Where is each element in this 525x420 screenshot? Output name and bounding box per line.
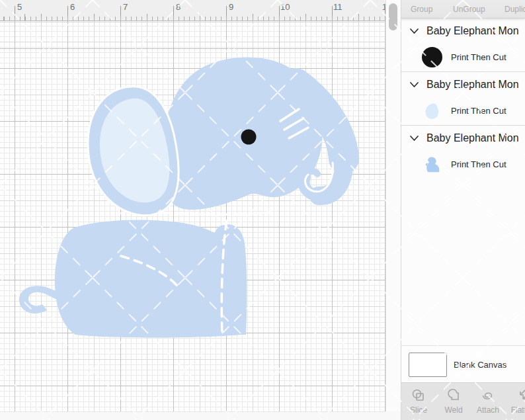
layer-item-label: Print Then Cut bbox=[451, 52, 506, 62]
elephant-layer-thumbnail[interactable] bbox=[422, 154, 442, 175]
ungroup-button[interactable]: UnGroup bbox=[453, 5, 485, 14]
slice-icon bbox=[411, 388, 426, 403]
layer-group-3: Baby Elephant Mon Print Then Cut bbox=[401, 126, 525, 179]
layer-item[interactable]: Print Then Cut bbox=[401, 97, 525, 125]
chevron-down-icon[interactable] bbox=[409, 81, 419, 88]
design-app-window: 5 6 7 8 9 10 11 12 bbox=[0, 0, 525, 420]
slice-button[interactable]: Slice bbox=[401, 388, 437, 415]
layer-item-label: Print Then Cut bbox=[451, 106, 506, 116]
chevron-down-icon[interactable] bbox=[409, 28, 419, 34]
bottom-action-toolbar: Slice Weld Attach Flatten bbox=[401, 382, 525, 420]
layer-item[interactable]: Print Then Cut bbox=[401, 150, 525, 179]
chevron-down-icon[interactable] bbox=[409, 135, 419, 142]
layer-group-1: Baby Elephant Mon Print Then Cut bbox=[401, 19, 525, 72]
layer-item[interactable]: Print Then Cut bbox=[401, 43, 525, 71]
blank-canvas-label: Blank Canvas bbox=[454, 360, 506, 370]
blank-canvas-row[interactable]: Blank Canvas bbox=[401, 345, 525, 382]
attach-button[interactable]: Attach bbox=[469, 388, 506, 415]
group-button[interactable]: Group bbox=[411, 5, 432, 14]
flatten-icon bbox=[515, 388, 525, 403]
panel-empty-space bbox=[401, 179, 525, 345]
canvas-area: 5 6 7 8 9 10 11 12 bbox=[0, 0, 401, 420]
horizontal-scrollbar-track[interactable] bbox=[0, 411, 385, 420]
ear-layer-thumbnail[interactable] bbox=[422, 101, 442, 121]
elephant-eye bbox=[241, 130, 257, 145]
scrollbar-corner bbox=[385, 411, 401, 420]
attach-icon bbox=[479, 388, 497, 403]
elephant-front-leg bbox=[206, 224, 247, 335]
layer-group-2: Baby Elephant Mon Print Then Cut bbox=[401, 72, 525, 126]
eye-layer-thumbnail[interactable] bbox=[422, 47, 442, 67]
vertical-scrollbar-track[interactable] bbox=[385, 0, 401, 411]
layer-group-header[interactable]: Baby Elephant Mon bbox=[401, 72, 525, 97]
layer-group-title: Baby Elephant Mon bbox=[426, 79, 519, 91]
vertical-scrollbar-thumb[interactable] bbox=[389, 3, 397, 30]
layer-item-label: Print Then Cut bbox=[451, 159, 506, 169]
ruler-minor-ticks bbox=[0, 17, 387, 21]
layers-panel: Group UnGroup Duplic Baby Elephant Mon P… bbox=[401, 0, 525, 420]
duplicate-button[interactable]: Duplic bbox=[505, 5, 525, 14]
layers-panel-toolbar: Group UnGroup Duplic bbox=[401, 0, 525, 19]
weld-icon bbox=[446, 388, 462, 403]
blank-canvas-swatch[interactable] bbox=[409, 353, 447, 377]
layer-group-header[interactable]: Baby Elephant Mon bbox=[401, 126, 525, 150]
layer-group-title: Baby Elephant Mon bbox=[426, 132, 519, 144]
baby-elephant-artwork[interactable] bbox=[0, 21, 385, 411]
horizontal-ruler: 5 6 7 8 9 10 11 12 bbox=[0, 0, 387, 21]
flatten-button[interactable]: Flatten bbox=[505, 388, 525, 415]
weld-button[interactable]: Weld bbox=[435, 388, 472, 415]
layer-group-title: Baby Elephant Mon bbox=[426, 25, 519, 37]
layer-group-header[interactable]: Baby Elephant Mon bbox=[401, 19, 525, 43]
